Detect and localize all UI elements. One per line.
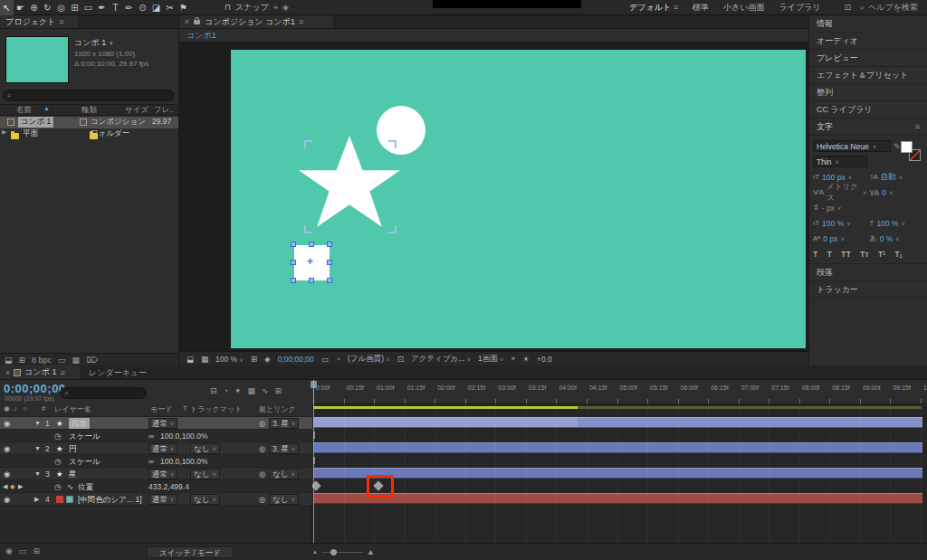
exposure-value[interactable]: +0.0	[537, 355, 552, 364]
blend-mode-select[interactable]: 通常 ∨	[148, 443, 177, 454]
close-icon[interactable]: ×	[185, 17, 189, 26]
track-matte-select[interactable]: なし ∨	[190, 494, 220, 505]
project-row-name[interactable]: コンポ 1	[18, 117, 53, 128]
anchor-point-icon[interactable]: +	[307, 256, 313, 267]
grid-options-icon[interactable]: ⊞	[251, 355, 257, 364]
small-caps-button[interactable]: Tᴛ	[860, 250, 869, 259]
motion-blur-icon[interactable]: ∿	[262, 386, 269, 395]
project-row-comp1[interactable]: コンポ 1 コンポジション 29.97	[0, 117, 178, 128]
parent-select[interactable]: 3. 星 ∨	[269, 418, 299, 429]
selection-handle[interactable]	[291, 242, 296, 247]
horizontal-scale-control[interactable]: T 100 % ∨	[870, 219, 924, 228]
work-area-bar[interactable]	[313, 406, 578, 409]
camera-tool[interactable]: ◎	[54, 0, 68, 15]
project-bpc[interactable]: 8 bpc	[32, 356, 52, 365]
font-size-value[interactable]: 100 px	[822, 173, 846, 182]
selection-handle[interactable]	[291, 260, 296, 265]
layer-row-1[interactable]: ◉ ▼ 1 ★ 四角 通常 ∨ ◎ 3. 星 ∨	[0, 417, 312, 430]
snapshot-icon[interactable]: ⬓	[186, 355, 194, 364]
parent-select[interactable]: 3. 星 ∨	[269, 443, 299, 454]
workspace-tab[interactable]: ライブラリ	[779, 2, 821, 14]
column-type[interactable]: 種類	[81, 105, 97, 116]
right-panel-item[interactable]: 情報	[809, 15, 927, 33]
resolution-select[interactable]: (フル画質) ∨	[348, 354, 390, 365]
zoom-tool[interactable]: ⊕	[27, 0, 41, 15]
fill-stroke-swatches[interactable]	[901, 141, 922, 163]
blend-mode-select[interactable]: 通常 ∨	[148, 418, 177, 429]
parent-select[interactable]: なし ∨	[269, 494, 299, 505]
character-panel-header[interactable]: 文字 ≡	[809, 119, 927, 136]
current-time[interactable]: 0;00;00;00	[278, 355, 314, 364]
right-panel-item[interactable]: オーディオ	[809, 33, 927, 50]
parent-pickwhip-icon[interactable]: ◎	[259, 418, 265, 429]
next-keyframe-icon[interactable]: ▶	[18, 481, 23, 492]
fill-color-swatch[interactable]	[901, 141, 913, 153]
region-of-interest-icon[interactable]: ▭	[321, 355, 329, 364]
show-snapshot-icon[interactable]: ▦	[201, 355, 208, 364]
clone-stamp-tool[interactable]: ⊙	[136, 0, 149, 15]
faux-bold-button[interactable]: T	[813, 250, 818, 259]
timeline-current-time[interactable]: 0:00;00;00	[4, 382, 66, 395]
timeline-tab-comp1[interactable]: × コンポ 1 ≡	[0, 365, 80, 379]
line-leading-value[interactable]: - px	[822, 204, 835, 213]
parent-pickwhip-icon[interactable]: ◎	[259, 494, 265, 505]
selection-handle[interactable]	[309, 242, 314, 247]
eyedropper-icon[interactable]: ✎	[894, 142, 901, 151]
column-layer-name[interactable]: レイヤー名	[54, 404, 91, 414]
baseline-shift-control[interactable]: Aᵃ 0 px ∨	[813, 234, 867, 243]
right-panel-item[interactable]: 段落	[809, 264, 927, 281]
eye-icon[interactable]: ◉	[4, 469, 10, 479]
workspace-tab[interactable]: 標準	[693, 2, 709, 14]
roto-brush-tool[interactable]: ✂	[163, 0, 177, 15]
baseline-shift-value[interactable]: 0 px	[823, 234, 837, 243]
rotation-tool[interactable]: ↻	[41, 0, 54, 15]
project-item-name[interactable]: コンポ 1 ▼	[74, 37, 114, 49]
superscript-button[interactable]: T¹	[878, 250, 886, 259]
timeline-panel-menu-icon[interactable]: ≡	[60, 368, 64, 377]
layer-name[interactable]: 円	[69, 443, 77, 454]
font-style-select[interactable]: Thin ∨	[813, 156, 867, 167]
workspace-panel-icon[interactable]: ⊡	[845, 3, 852, 12]
render-time-icon[interactable]: ⊞	[33, 546, 40, 555]
character-panel-menu-icon[interactable]: ≡	[915, 119, 920, 136]
zoom-select[interactable]: 100 % ∨	[215, 355, 244, 364]
comp-mini-flowchart-icon[interactable]: ⊟	[210, 386, 217, 395]
property-row-scale-2[interactable]: ◷ スケール ∞ 100.0,100.0%	[0, 455, 312, 468]
parent-select[interactable]: なし ∨	[269, 469, 299, 479]
right-panel-item[interactable]: エフェクト＆プリセット	[809, 67, 927, 84]
all-caps-button[interactable]: TT	[841, 250, 851, 259]
tsume-control[interactable]: あ 0 % ∨	[870, 233, 924, 243]
label-color-chip[interactable]	[56, 496, 63, 503]
square-shape[interactable]: +	[294, 245, 330, 280]
circle-shape[interactable]	[377, 106, 425, 155]
layer-name[interactable]: 四角	[69, 418, 90, 429]
subscript-button[interactable]: T₁	[894, 250, 903, 259]
line-leading-control[interactable]: ⇕ - px ∨	[813, 204, 867, 213]
composition-panel-menu-icon[interactable]: ≡	[299, 17, 303, 26]
pixel-aspect-icon[interactable]: ⌖	[511, 354, 516, 364]
column-name[interactable]: 名前	[16, 105, 32, 116]
layer-name[interactable]: [中間色のシア... 1]	[78, 494, 142, 505]
render-queue-tab[interactable]: レンダーキュー	[80, 365, 156, 379]
transparency-grid-icon[interactable]: ◔	[336, 355, 340, 364]
tracking-control[interactable]: V̲A̲ 0 ∨	[870, 188, 924, 197]
auto-leading-control[interactable]: ↕A 自動 ∨	[870, 172, 924, 183]
zoom-in-mountain-icon[interactable]: ▲	[367, 547, 375, 556]
timeline-track-area[interactable]	[312, 404, 927, 546]
star-shape[interactable]	[299, 136, 400, 232]
property-label[interactable]: スケール	[69, 431, 100, 441]
proxy-icon[interactable]: ⊞	[19, 356, 26, 365]
eye-icon[interactable]: ◉	[4, 443, 10, 454]
project-row-folder[interactable]: ▶ 平面 フォルダー	[0, 128, 178, 140]
view-layout-select[interactable]: 1画面 ∨	[478, 354, 504, 365]
prev-keyframe-icon[interactable]: ◀	[3, 481, 7, 492]
zoom-out-mountain-icon[interactable]: ▲	[312, 549, 318, 555]
tsume-value[interactable]: 0 %	[880, 234, 894, 243]
timeline-search-input[interactable]: ⌕	[60, 387, 147, 399]
composition-canvas[interactable]: +	[231, 50, 806, 348]
timeline-ruler[interactable]: 0:00f00:15f01:00f01:15f02:00f02:15f03:00…	[312, 380, 927, 404]
snap-option-icon[interactable]: ⌖	[273, 3, 278, 13]
parent-pickwhip-icon[interactable]: ◎	[259, 443, 265, 454]
column-mode[interactable]: モード	[150, 404, 172, 414]
faux-italic-button[interactable]: T	[827, 250, 833, 259]
